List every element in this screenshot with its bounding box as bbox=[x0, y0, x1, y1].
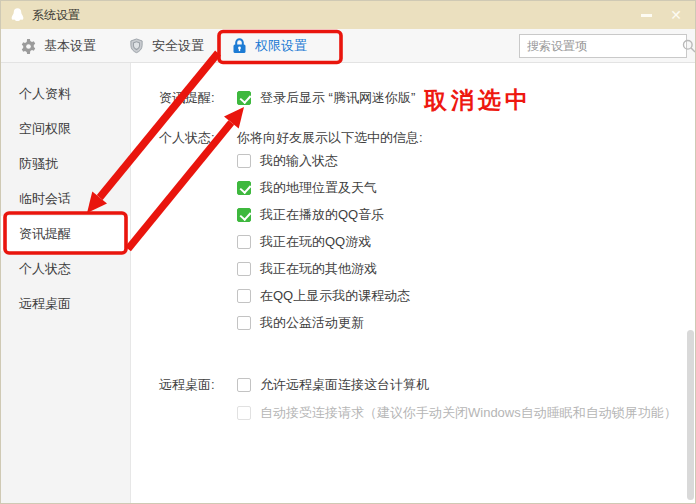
tab-label: 权限设置 bbox=[255, 37, 307, 55]
window-title: 系统设置 bbox=[32, 7, 80, 24]
checkbox-icon bbox=[237, 208, 251, 222]
titlebar: 系统设置 ✕ bbox=[1, 1, 695, 29]
sidebar-item-label: 个人资料 bbox=[19, 85, 71, 103]
checkbox-icon bbox=[237, 154, 251, 168]
settings-content: 资讯提醒: 登录后显示 “腾讯网迷你版” 取消选中 个人状态: 你将向好友展示以… bbox=[132, 63, 695, 503]
search-box bbox=[519, 34, 687, 58]
settings-window: 系统设置 ✕ 基本设置 安全设置 bbox=[0, 0, 696, 504]
checkbox-icon bbox=[237, 181, 251, 195]
checkbox-location-weather[interactable]: 我的地理位置及天气 bbox=[237, 179, 377, 197]
checkbox-label: 在QQ上显示我的课程动态 bbox=[260, 287, 410, 305]
sidebar-item-label: 临时会话 bbox=[19, 190, 71, 208]
checkbox-show-mini-portal[interactable]: 登录后显示 “腾讯网迷你版” bbox=[237, 89, 415, 107]
tabbar: 基本设置 安全设置 权限设置 bbox=[1, 29, 695, 63]
search-icon[interactable] bbox=[682, 39, 696, 53]
close-button[interactable]: ✕ bbox=[661, 1, 691, 29]
checkbox-other-games[interactable]: 我正在玩的其他游戏 bbox=[237, 260, 377, 278]
tab-basic-settings[interactable]: 基本设置 bbox=[21, 29, 96, 63]
tab-permission-settings[interactable]: 权限设置 bbox=[232, 29, 307, 63]
sidebar-item-label: 个人状态 bbox=[19, 260, 71, 278]
close-icon: ✕ bbox=[670, 7, 682, 23]
checkbox-icon bbox=[237, 262, 251, 276]
checkbox-label: 允许远程桌面连接这台计算机 bbox=[260, 376, 429, 394]
checkbox-label: 登录后显示 “腾讯网迷你版” bbox=[260, 89, 415, 107]
checkbox-icon bbox=[237, 289, 251, 303]
shield-icon bbox=[129, 38, 144, 54]
tab-label: 基本设置 bbox=[44, 37, 96, 55]
tab-label: 安全设置 bbox=[152, 37, 204, 55]
sidebar-item-remote-desktop[interactable]: 远程桌面 bbox=[1, 286, 130, 321]
checkbox-label: 我正在玩的其他游戏 bbox=[260, 260, 377, 278]
tab-security-settings[interactable]: 安全设置 bbox=[129, 29, 204, 63]
minimize-button[interactable] bbox=[631, 1, 661, 29]
section-label-remote: 远程桌面: bbox=[159, 376, 215, 394]
checkbox-label: 我的地理位置及天气 bbox=[260, 179, 377, 197]
checkbox-label: 我正在玩的QQ游戏 bbox=[260, 233, 371, 251]
search-input[interactable] bbox=[520, 39, 682, 53]
sidebar-item-personal-status[interactable]: 个人状态 bbox=[1, 251, 130, 286]
sidebar-item-anti-harass[interactable]: 防骚扰 bbox=[1, 146, 130, 181]
checkbox-label: 我的输入状态 bbox=[260, 152, 338, 170]
section-label-status: 个人状态: bbox=[159, 129, 215, 147]
gear-icon bbox=[21, 39, 36, 54]
checkbox-allow-remote-desktop[interactable]: 允许远程桌面连接这台计算机 bbox=[237, 376, 429, 394]
checkbox-icon bbox=[237, 235, 251, 249]
sidebar-item-label: 防骚扰 bbox=[19, 155, 58, 173]
checkbox-auto-accept-connection[interactable]: 自动接受连接请求（建议你手动关闭Windows自动睡眠和自动锁屏功能） bbox=[237, 404, 677, 422]
checkbox-label: 我正在播放的QQ音乐 bbox=[260, 206, 384, 224]
status-hint: 你将向好友展示以下选中的信息: bbox=[237, 129, 423, 147]
checkbox-icon bbox=[237, 316, 251, 330]
sidebar-item-temp-session[interactable]: 临时会话 bbox=[1, 181, 130, 216]
checkbox-label: 我的公益活动更新 bbox=[260, 314, 364, 332]
sidebar-item-profile[interactable]: 个人资料 bbox=[1, 76, 130, 111]
annotation-uncheck-note: 取消选中 bbox=[424, 85, 532, 117]
qq-penguin-icon bbox=[9, 7, 26, 24]
checkbox-course-updates[interactable]: 在QQ上显示我的课程动态 bbox=[237, 287, 410, 305]
checkbox-qq-music[interactable]: 我正在播放的QQ音乐 bbox=[237, 206, 384, 224]
section-label-news: 资讯提醒: bbox=[159, 89, 215, 107]
checkbox-typing-status[interactable]: 我的输入状态 bbox=[237, 152, 338, 170]
sidebar-item-space-perms[interactable]: 空间权限 bbox=[1, 111, 130, 146]
lock-icon bbox=[232, 38, 247, 54]
sidebar-item-label: 远程桌面 bbox=[19, 295, 71, 313]
checkbox-icon bbox=[237, 378, 251, 392]
checkbox-qq-games[interactable]: 我正在玩的QQ游戏 bbox=[237, 233, 371, 251]
checkbox-icon bbox=[237, 406, 251, 420]
minimize-icon bbox=[641, 14, 652, 17]
sidebar-item-news-alerts[interactable]: 资讯提醒 bbox=[1, 216, 130, 251]
sidebar-item-label: 空间权限 bbox=[19, 120, 71, 138]
sidebar-item-label: 资讯提醒 bbox=[19, 225, 71, 243]
checkbox-label: 自动接受连接请求（建议你手动关闭Windows自动睡眠和自动锁屏功能） bbox=[260, 404, 677, 422]
scrollbar-thumb[interactable] bbox=[687, 330, 694, 500]
checkbox-icon bbox=[237, 91, 251, 105]
sidebar: 个人资料 空间权限 防骚扰 临时会话 资讯提醒 个人状态 远程桌面 bbox=[1, 63, 131, 503]
checkbox-charity-updates[interactable]: 我的公益活动更新 bbox=[237, 314, 364, 332]
